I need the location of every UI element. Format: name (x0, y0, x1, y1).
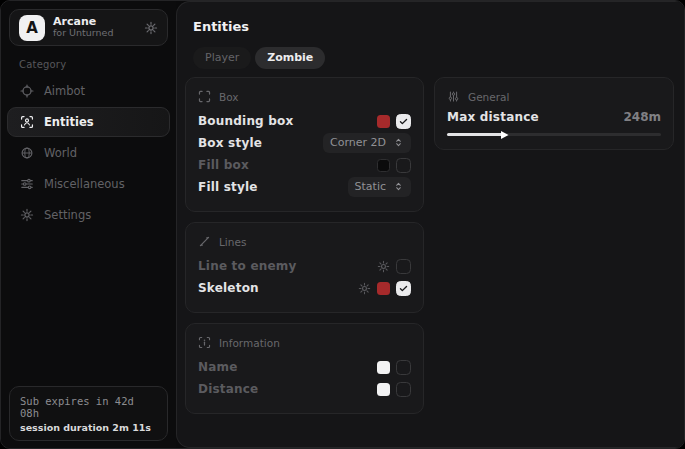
tab-player[interactable]: Player (193, 47, 251, 69)
setting-row-skeleton: Skeleton (198, 277, 411, 299)
row-controls (377, 360, 411, 375)
setting-row-distance: Distance (198, 378, 411, 400)
sliders-icon (20, 177, 34, 191)
checkbox-unchecked[interactable] (396, 382, 411, 397)
tab-zombie[interactable]: Zombie (255, 47, 325, 69)
general-card: General Max distance 248m (434, 77, 674, 150)
setting-label: Distance (198, 382, 258, 396)
checkbox-unchecked[interactable] (396, 158, 411, 173)
box-card: Box Bounding box Box style Corner 2D (185, 77, 424, 212)
information-card: Information Name Distance (185, 323, 424, 414)
left-column: Box Bounding box Box style Corner 2D (185, 77, 424, 414)
setting-label: Skeleton (198, 281, 259, 295)
sidebar-item-settings[interactable]: Settings (7, 200, 170, 230)
max-distance-value: 248m (623, 110, 661, 124)
sidebar-item-entities[interactable]: Entities (7, 107, 170, 137)
sidebar-item-world[interactable]: World (7, 138, 170, 168)
dropdown-value: Corner 2D (330, 136, 386, 149)
gear-icon[interactable] (377, 260, 390, 273)
chevron-unfold-icon (393, 181, 404, 192)
row-controls (377, 158, 411, 173)
checkbox-unchecked[interactable] (396, 259, 411, 274)
equalizer-icon (447, 90, 460, 103)
chevron-unfold-icon (393, 137, 404, 148)
category-label: Category (19, 59, 176, 70)
sidebar-item-label: World (44, 146, 77, 160)
row-controls (377, 114, 411, 129)
card-title: General (468, 91, 509, 103)
crosshair-icon (20, 84, 34, 98)
sidebar-item-label: Settings (44, 208, 91, 222)
sidebar: A Arcane for Unturned Category Aimbot En… (1, 1, 176, 448)
row-controls (358, 281, 411, 296)
row-controls (377, 259, 411, 274)
page-title: Entities (193, 19, 684, 34)
sidebar-item-aimbot[interactable]: Aimbot (7, 76, 170, 106)
setting-row-line-to-enemy: Line to enemy (198, 255, 411, 277)
window: { "sidebar": { "logo": { "letter": "A", … (0, 0, 685, 449)
setting-label: Name (198, 360, 238, 374)
gear-icon[interactable] (358, 282, 371, 295)
subscription-card: Sub expires in 42d 08h session duration … (9, 386, 168, 441)
logo-card: A Arcane for Unturned (9, 9, 168, 46)
logo-text: Arcane for Unturned (53, 16, 113, 40)
color-swatch[interactable] (377, 361, 390, 374)
color-swatch[interactable] (377, 282, 390, 295)
dropdown-value: Static (355, 180, 386, 193)
setting-label: Fill box (198, 158, 249, 172)
setting-row-box-style: Box style Corner 2D (198, 132, 411, 154)
setting-label: Bounding box (198, 114, 293, 128)
lines-card: Lines Line to enemy Skeleton (185, 222, 424, 313)
slider-thumb[interactable] (500, 130, 510, 140)
max-distance-slider[interactable] (447, 133, 661, 136)
lines-card-header: Lines (198, 235, 411, 248)
globe-icon (20, 146, 34, 160)
fill-style-dropdown[interactable]: Static (348, 177, 411, 197)
gear-icon[interactable] (144, 21, 158, 35)
setting-label: Box style (198, 136, 262, 150)
slider-fill (447, 133, 503, 136)
session-duration: session duration 2m 11s (20, 422, 157, 433)
box-scan-icon (198, 90, 211, 103)
right-column: General Max distance 248m (434, 77, 674, 150)
setting-row-fill-box: Fill box (198, 154, 411, 176)
card-title: Box (219, 91, 239, 103)
entity-scan-icon (20, 115, 34, 129)
setting-row-bounding-box: Bounding box (198, 110, 411, 132)
main-panel: Entities Player Zombie Box Bounding box (176, 1, 684, 448)
card-title: Lines (219, 236, 246, 248)
checkbox-checked[interactable] (396, 114, 411, 129)
diagonal-line-icon (198, 235, 211, 248)
setting-label: Max distance (447, 110, 539, 124)
sidebar-nav: Aimbot Entities World Miscellaneous Sett… (1, 76, 176, 230)
row-controls (377, 382, 411, 397)
box-style-dropdown[interactable]: Corner 2D (323, 133, 411, 153)
gear-icon (20, 208, 34, 222)
info-scan-icon (198, 336, 211, 349)
setting-label: Line to enemy (198, 259, 297, 273)
checkbox-checked[interactable] (396, 281, 411, 296)
setting-row-name: Name (198, 356, 411, 378)
max-distance-row: Max distance 248m (447, 110, 661, 124)
card-title: Information (219, 337, 280, 349)
sidebar-item-label: Miscellaneous (44, 177, 125, 191)
sidebar-item-label: Entities (44, 115, 94, 129)
checkbox-unchecked[interactable] (396, 360, 411, 375)
color-swatch[interactable] (377, 159, 390, 172)
box-card-header: Box (198, 90, 411, 103)
color-swatch[interactable] (377, 115, 390, 128)
color-swatch[interactable] (377, 383, 390, 396)
subscription-expiry: Sub expires in 42d 08h (20, 395, 157, 419)
sidebar-item-miscellaneous[interactable]: Miscellaneous (7, 169, 170, 199)
setting-row-fill-style: Fill style Static (198, 176, 411, 198)
app-subtitle: for Unturned (53, 28, 113, 39)
tab-bar: Player Zombie (193, 47, 684, 69)
sidebar-item-label: Aimbot (44, 84, 85, 98)
general-card-header: General (447, 90, 661, 103)
setting-label: Fill style (198, 180, 258, 194)
app-logo: A (19, 15, 45, 41)
information-card-header: Information (198, 336, 411, 349)
content-area: Box Bounding box Box style Corner 2D (185, 77, 676, 414)
